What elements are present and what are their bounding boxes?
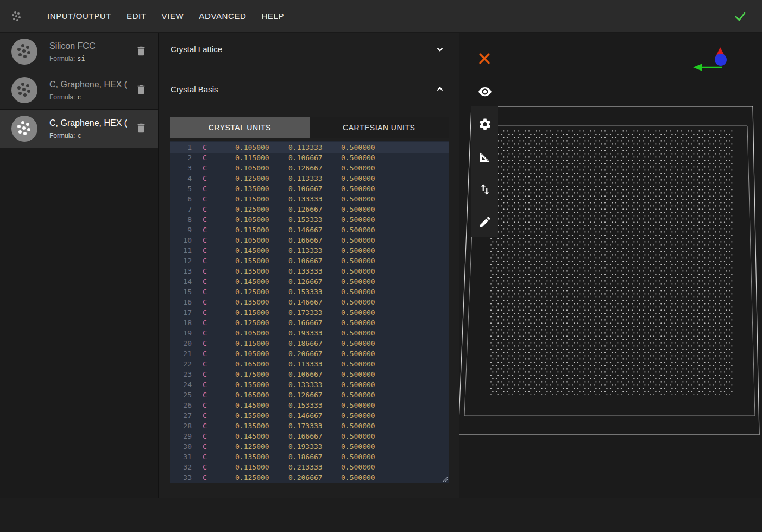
coord-z: 0.500000 <box>341 462 385 472</box>
menu-item-edit[interactable]: EDIT <box>127 11 147 21</box>
coord-x: 0.135000 <box>235 266 288 276</box>
material-list-item-2[interactable]: C, Graphene, HEX (P6/mmm) Formula:c <box>0 71 158 110</box>
menu-item-view[interactable]: VIEW <box>162 11 184 21</box>
basis-row: 13C0.1350000.1333330.500000 <box>170 266 449 276</box>
chevron-up-icon[interactable] <box>433 83 446 96</box>
element-symbol: C <box>203 287 210 297</box>
delete-material-button[interactable] <box>134 121 149 136</box>
menu-bar: INPUT/OUTPUTEDITVIEWADVANCEDHELP <box>47 11 284 21</box>
footer-bar <box>0 498 762 532</box>
confirm-check-button[interactable] <box>734 10 747 23</box>
basis-units-tabs: CRYSTAL UNITSCARTESIAN UNITS <box>170 117 449 138</box>
coord-y: 0.113333 <box>288 245 341 256</box>
pencil-icon <box>478 215 492 229</box>
element-symbol: C <box>203 214 210 225</box>
delete-material-button[interactable] <box>134 44 149 59</box>
crystal-lattice-title: Crystal Lattice <box>171 45 433 54</box>
tab-crystal-units[interactable]: CRYSTAL UNITS <box>170 117 310 138</box>
basis-coordinates-editor[interactable]: 1C0.1050000.1133330.500000 2C0.1150000.1… <box>170 141 449 483</box>
element-symbol: C <box>203 183 210 194</box>
3d-viewer <box>459 33 760 498</box>
formula-value: si <box>77 55 85 62</box>
coord-x: 0.155000 <box>235 256 288 266</box>
menu-item-help[interactable]: HELP <box>261 11 284 21</box>
basis-row: 7C0.1250000.1266670.500000 <box>170 204 449 214</box>
close-viewer-button[interactable] <box>478 52 491 65</box>
menu-item-input-output[interactable]: INPUT/OUTPUT <box>47 11 111 21</box>
coord-x: 0.135000 <box>235 183 288 194</box>
coord-x: 0.105000 <box>235 142 288 153</box>
coord-z: 0.500000 <box>341 194 385 204</box>
swap-axes-button[interactable] <box>478 182 491 195</box>
basis-row: 33C0.1250000.2066670.500000 <box>170 472 449 483</box>
coord-x: 0.165000 <box>235 390 288 400</box>
coord-y: 0.173333 <box>288 421 341 431</box>
coord-x: 0.145000 <box>235 276 288 287</box>
material-list-item-1[interactable]: Silicon FCC Formula:si <box>0 33 158 71</box>
line-number: 12 <box>170 256 192 266</box>
coord-z: 0.500000 <box>341 472 385 483</box>
coord-x: 0.135000 <box>235 452 288 462</box>
basis-row: 28C0.1350000.1733330.500000 <box>170 421 449 431</box>
basis-row: 15C0.1250000.1533330.500000 <box>170 287 449 297</box>
basis-row: 12C0.1550000.1066670.500000 <box>170 256 449 266</box>
coord-x: 0.125000 <box>235 173 288 183</box>
coord-y: 0.186667 <box>288 338 341 349</box>
basis-row: 32C0.1150000.2133330.500000 <box>170 462 449 472</box>
element-symbol: C <box>203 318 210 328</box>
basis-row: 16C0.1350000.1466670.500000 <box>170 297 449 307</box>
viewer-canvas[interactable] <box>459 33 760 498</box>
element-symbol: C <box>203 349 210 359</box>
coord-x: 0.115000 <box>235 338 288 349</box>
line-number: 22 <box>170 359 192 369</box>
line-number: 30 <box>170 441 192 452</box>
line-number: 28 <box>170 421 192 431</box>
material-list-item-3[interactable]: C, Graphene, HEX (P6/mmm) Formula:c <box>0 110 158 148</box>
coord-x: 0.175000 <box>235 369 288 379</box>
basis-row: 18C0.1250000.1666670.500000 <box>170 318 449 328</box>
crystal-basis-section-header[interactable]: Crystal Basis <box>159 67 459 111</box>
line-number: 6 <box>170 194 192 204</box>
line-number: 18 <box>170 318 192 328</box>
coord-y: 0.166667 <box>288 431 341 441</box>
axes-orientation-widget <box>693 47 727 71</box>
menu-item-advanced[interactable]: ADVANCED <box>199 11 246 21</box>
line-number: 1 <box>170 142 192 153</box>
basis-row: 3C0.1050000.1266670.500000 <box>170 163 449 173</box>
coord-y: 0.206667 <box>288 472 341 483</box>
formula-label: Formula: <box>49 93 75 101</box>
coord-x: 0.105000 <box>235 214 288 225</box>
basis-row: 23C0.1750000.1066670.500000 <box>170 369 449 379</box>
delete-material-button[interactable] <box>134 83 149 98</box>
coord-x: 0.115000 <box>235 194 288 204</box>
tab-cartesian-units[interactable]: CARTESIAN UNITS <box>310 117 449 138</box>
basis-row: 29C0.1450000.1666670.500000 <box>170 431 449 441</box>
coord-z: 0.500000 <box>341 410 385 421</box>
coord-z: 0.500000 <box>341 431 385 441</box>
coord-z: 0.500000 <box>341 441 385 452</box>
basis-row: 5C0.1350000.1066670.500000 <box>170 183 449 194</box>
edit-tool-button[interactable] <box>478 215 491 228</box>
element-symbol: C <box>203 431 210 441</box>
element-symbol: C <box>203 421 210 431</box>
coord-y: 0.126667 <box>288 276 341 287</box>
editor-resize-handle[interactable] <box>442 476 448 482</box>
formula-label: Formula: <box>49 55 75 62</box>
coord-x: 0.125000 <box>235 441 288 452</box>
crystal-lattice-section-header[interactable]: Crystal Lattice <box>159 33 459 66</box>
coord-x: 0.145000 <box>235 431 288 441</box>
coord-x: 0.105000 <box>235 163 288 173</box>
chevron-down-icon[interactable] <box>433 43 446 56</box>
coord-x: 0.155000 <box>235 379 288 390</box>
material-avatar <box>11 116 37 142</box>
basis-row: 14C0.1450000.1266670.500000 <box>170 276 449 287</box>
coord-y: 0.146667 <box>288 410 341 421</box>
measure-tool-button[interactable] <box>478 150 491 163</box>
trash-icon <box>135 122 147 135</box>
coord-x: 0.125000 <box>235 204 288 214</box>
coord-y: 0.106667 <box>288 369 341 379</box>
coord-x: 0.125000 <box>235 318 288 328</box>
visibility-button[interactable] <box>478 85 491 98</box>
coord-z: 0.500000 <box>341 183 385 194</box>
viewer-settings-button[interactable] <box>478 117 491 130</box>
